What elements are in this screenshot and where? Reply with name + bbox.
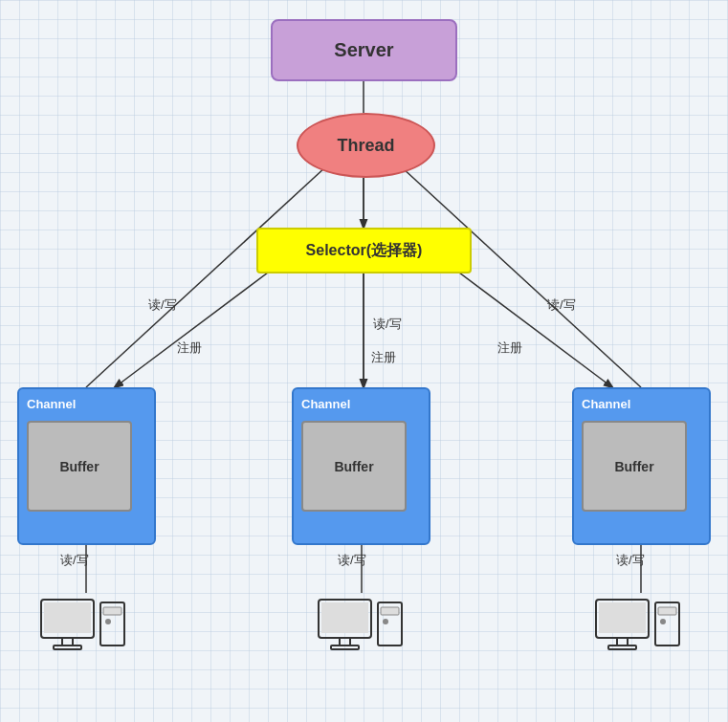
label-rw-center: 读/写 xyxy=(373,316,402,333)
svg-rect-28 xyxy=(608,645,636,649)
buffer-left-label: Buffer xyxy=(59,459,99,474)
svg-rect-21 xyxy=(331,645,359,649)
label-rw-below-right: 读/写 xyxy=(616,552,645,569)
label-rw-below-center: 读/写 xyxy=(338,552,366,569)
buffer-center-label: Buffer xyxy=(334,459,373,474)
svg-rect-30 xyxy=(658,607,676,615)
buffer-center: Buffer xyxy=(301,421,407,512)
computer-icon-center xyxy=(314,598,409,671)
server-label: Server xyxy=(334,39,393,61)
channel-box-left: Channel Buffer xyxy=(17,387,156,545)
svg-point-24 xyxy=(383,619,388,624)
svg-rect-20 xyxy=(340,638,350,645)
svg-line-2 xyxy=(86,167,325,387)
svg-rect-26 xyxy=(599,602,646,633)
channel-left-label: Channel xyxy=(27,397,76,411)
thread-label: Thread xyxy=(337,136,394,156)
svg-rect-27 xyxy=(617,638,628,645)
svg-rect-19 xyxy=(321,602,368,633)
server-box: Server xyxy=(271,19,457,81)
computer-icon-left xyxy=(36,598,132,671)
label-rw-left: 读/写 xyxy=(148,296,177,314)
svg-rect-13 xyxy=(62,638,73,645)
label-reg-center: 注册 xyxy=(371,349,396,366)
buffer-right: Buffer xyxy=(582,421,687,512)
label-rw-right: 读/写 xyxy=(547,296,576,314)
selector-box: Selector(选择器) xyxy=(256,228,472,273)
diagram-container: Server Thread Selector(选择器) Channel Buff… xyxy=(0,0,728,722)
selector-label: Selector(选择器) xyxy=(306,241,423,261)
channel-right-label: Channel xyxy=(582,397,630,411)
svg-rect-12 xyxy=(44,602,91,633)
svg-line-7 xyxy=(440,258,612,387)
svg-point-31 xyxy=(660,619,666,624)
svg-line-5 xyxy=(115,258,287,387)
svg-point-17 xyxy=(105,619,111,624)
label-reg-left: 注册 xyxy=(177,339,202,357)
buffer-left: Buffer xyxy=(27,421,132,512)
label-rw-below-left: 读/写 xyxy=(60,552,89,569)
thread-ellipse: Thread xyxy=(297,113,435,178)
svg-rect-23 xyxy=(381,607,399,615)
channel-box-center: Channel Buffer xyxy=(292,387,430,545)
channel-box-right: Channel Buffer xyxy=(572,387,711,545)
svg-rect-16 xyxy=(103,607,121,615)
svg-rect-14 xyxy=(54,645,81,649)
buffer-right-label: Buffer xyxy=(614,459,653,474)
label-reg-right: 注册 xyxy=(497,339,522,357)
computer-icon-right xyxy=(591,598,687,671)
channel-center-label: Channel xyxy=(301,397,350,411)
